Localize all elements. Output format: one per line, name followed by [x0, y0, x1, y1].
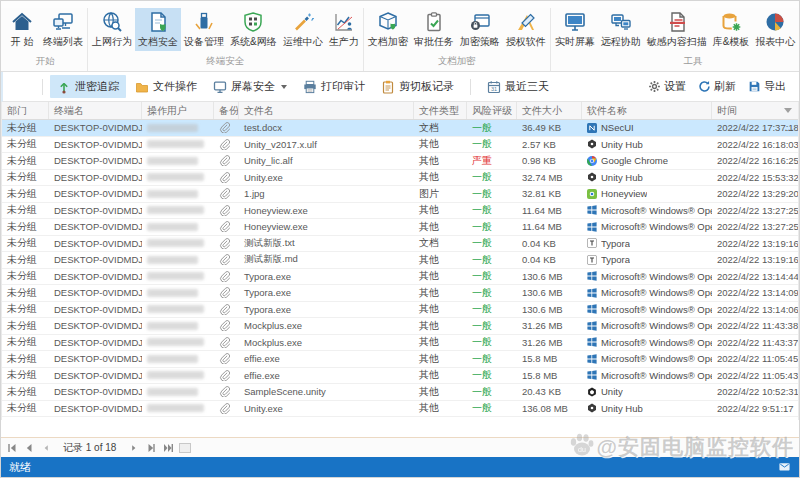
back-button[interactable] [13, 77, 35, 97]
ribbon-item-doc-encrypt[interactable]: 文档加密 [365, 8, 411, 51]
table-row[interactable]: 未分组DESKTOP-0VIDMDJ测试新版.md其他一般0.04 KBTypo… [2, 252, 798, 269]
table-cell: Microsoft® Windows® Oper... [582, 269, 712, 285]
table-row[interactable]: 未分组DESKTOP-0VIDMDJeffie.exe其他一般15.8 MBMi… [2, 368, 798, 385]
ribbon-group-label: 开始 [4, 54, 86, 71]
toolbar-button-gear[interactable]: 设置 [643, 76, 691, 97]
column-header-9[interactable]: 时间 [712, 102, 798, 119]
ribbon-item-label: 加密策略 [460, 35, 500, 49]
blurred-user-value [147, 206, 204, 214]
pager-first-button[interactable] [4, 440, 19, 455]
terminal-list-icon [52, 11, 74, 33]
column-header-label: 部门 [7, 104, 27, 118]
ribbon-item-label: 审批任务 [414, 35, 454, 49]
status-ready-label: 就绪 [9, 460, 31, 475]
ribbon-item-terminal-list[interactable]: 终端列表 [40, 8, 86, 51]
toolbar-button-label: 打印审计 [321, 79, 365, 94]
column-header-3[interactable]: 备份 [214, 102, 239, 119]
ribbon-item-realtime-screen[interactable]: 实时屏幕 [552, 8, 598, 51]
typora-app-icon [587, 255, 597, 265]
sensitive-scan-icon [666, 11, 688, 33]
table-cell [214, 153, 239, 169]
ribbon-item-productivity[interactable]: 生产力 [326, 8, 362, 51]
toolbar-button-recent-days[interactable]: 31最近三天 [480, 75, 556, 98]
table-row[interactable]: 未分组DESKTOP-0VIDMDJeffie.exe其他一般15.8 MBMi… [2, 351, 798, 368]
time-filter-icon[interactable] [784, 108, 792, 113]
table-row[interactable]: 未分组DESKTOP-0VIDMDJMockplus.exe其他一般31.26 … [2, 335, 798, 352]
table-cell: Microsoft® Windows® Oper... [582, 285, 712, 301]
row-overflow-indicator[interactable]: … [784, 120, 795, 136]
ribbon-item-approval-task[interactable]: 审批任务 [411, 8, 457, 51]
toolbar-button-clipboard-record[interactable]: 剪切板记录 [374, 75, 461, 98]
column-header-6[interactable]: 风险评级 [467, 102, 517, 119]
pager-next-button[interactable] [143, 440, 158, 455]
pager-last-button[interactable] [160, 440, 175, 455]
toolbar-button-print-audit[interactable]: 打印审计 [296, 75, 372, 98]
table-row[interactable]: 未分组DESKTOP-0VIDMDJtest.docx文档一般36.49 KBN… [2, 120, 798, 137]
app-name: Unity Hub [601, 172, 643, 183]
table-row[interactable]: 未分组DESKTOP-0VIDMDJTypora.exe其他一般130.6 MB… [2, 269, 798, 286]
table-row[interactable]: 未分组DESKTOP-0VIDMDJHoneyview.exe其他一般11.64… [2, 219, 798, 236]
windows-app-icon [587, 370, 597, 380]
table-cell: DESKTOP-0VIDMDJ [49, 236, 142, 252]
table-row[interactable]: 未分组DESKTOP-0VIDMDJUnity.exe其他一般136.08 MB… [2, 401, 798, 418]
ribbon-item-home[interactable]: 开 始 [4, 8, 40, 51]
ribbon-item-library-template[interactable]: 库&模板 [710, 8, 753, 51]
blurred-user-value [147, 173, 204, 181]
table-cell [214, 120, 239, 136]
ribbon-item-internet-behavior[interactable]: 上网行为 [89, 8, 135, 51]
ribbon-item-licensed-software[interactable]: 授权软件 [503, 8, 549, 51]
ribbon-item-remote-assist[interactable]: 远程协助 [598, 8, 644, 51]
toolbar-button-export[interactable]: 导出 [743, 76, 791, 97]
windows-app-icon [587, 304, 597, 314]
table-row[interactable]: 未分组DESKTOP-0VIDMDJTypora.exe其他一般130.6 MB… [2, 302, 798, 319]
table-row[interactable]: 未分组DESKTOP-0VIDMDJ1.jpg图片一般32.81 KBHoney… [2, 186, 798, 203]
app-name: Microsoft® Windows® Oper... [601, 353, 712, 364]
toolbar-button-file-ops[interactable]: 文件操作 [128, 75, 204, 98]
column-header-7[interactable]: 文件大小 [517, 102, 582, 119]
toolbar-button-leak-trace[interactable]: 泄密追踪 [50, 75, 126, 98]
column-header-5[interactable]: 文件类型 [414, 102, 467, 119]
app-name: Unity [601, 386, 623, 397]
status-tray-icon[interactable] [778, 462, 791, 473]
table-row[interactable]: 未分组DESKTOP-0VIDMDJTypora.exe其他一般130.6 MB… [2, 285, 798, 302]
table-row[interactable]: 未分组DESKTOP-0VIDMDJHoneyview.exe其他一般11.64… [2, 203, 798, 220]
toolbar-button-screen-security[interactable]: 屏幕安全 [206, 75, 294, 98]
table-row[interactable]: 未分组DESKTOP-0VIDMDJUnity_lic.alf其他严重0.98 … [2, 153, 798, 170]
column-header-8[interactable]: 软件名称 [582, 102, 712, 119]
column-header-label: 时间 [717, 104, 737, 118]
table-row[interactable]: 未分组DESKTOP-0VIDMDJ测试新版.txt文档一般0.04 KBTyp… [2, 236, 798, 253]
ribbon-item-ops-center[interactable]: 运维中心 [280, 8, 326, 51]
pager-next-page-button[interactable] [126, 440, 141, 455]
pager-prev-button[interactable] [21, 440, 36, 455]
table-cell [142, 186, 214, 202]
table-row[interactable]: 未分组DESKTOP-0VIDMDJUnity.exe其他一般32.74 MBU… [2, 170, 798, 187]
table-row[interactable]: 未分组DESKTOP-0VIDMDJSampleScene.unity其他一般2… [2, 384, 798, 401]
column-header-label: 终端名 [54, 104, 84, 118]
pager-prev-page-button[interactable] [38, 440, 53, 455]
file-table: 部门终端名操作用户备份文件名文件类型风险评级文件大小软件名称时间 未分组DESK… [1, 102, 799, 420]
ribbon-item-doc-security[interactable]: 文档安全 [135, 8, 181, 51]
column-header-1[interactable]: 终端名 [49, 102, 142, 119]
paperclip-icon [219, 271, 230, 282]
table-row[interactable]: 未分组DESKTOP-0VIDMDJUnity_v2017.x.ulf其他一般2… [2, 137, 798, 154]
table-cell: 一般 [467, 170, 517, 186]
ribbon-item-encrypt-policy[interactable]: 加密策略 [457, 8, 503, 51]
table-row[interactable]: 未分组DESKTOP-0VIDMDJMockplus.exe其他一般31.26 … [2, 318, 798, 335]
column-header-0[interactable]: 部门 [2, 102, 49, 119]
ribbon-item-device-mgmt[interactable]: 设备管理 [181, 8, 227, 51]
ribbon-item-system-network[interactable]: 系统&网络 [227, 8, 280, 51]
column-header-2[interactable]: 操作用户 [142, 102, 214, 119]
paperclip-icon [219, 155, 230, 166]
pager-extra-button[interactable] [179, 443, 191, 453]
ribbon-item-sensitive-scan[interactable]: 敏感内容扫描 [644, 8, 710, 51]
toolbar-button-label: 文件操作 [153, 79, 197, 94]
blurred-user-value [147, 305, 204, 313]
table-cell [214, 219, 239, 235]
table-cell: 其他 [414, 368, 467, 384]
column-header-4[interactable]: 文件名 [239, 102, 414, 119]
doc-security-icon [147, 11, 169, 33]
table-cell [142, 170, 214, 186]
toolbar-button-refresh[interactable]: 刷新 [693, 76, 741, 97]
ribbon-item-report-center[interactable]: 报表中心 [752, 8, 798, 51]
table-cell: NSecUI [582, 120, 712, 136]
